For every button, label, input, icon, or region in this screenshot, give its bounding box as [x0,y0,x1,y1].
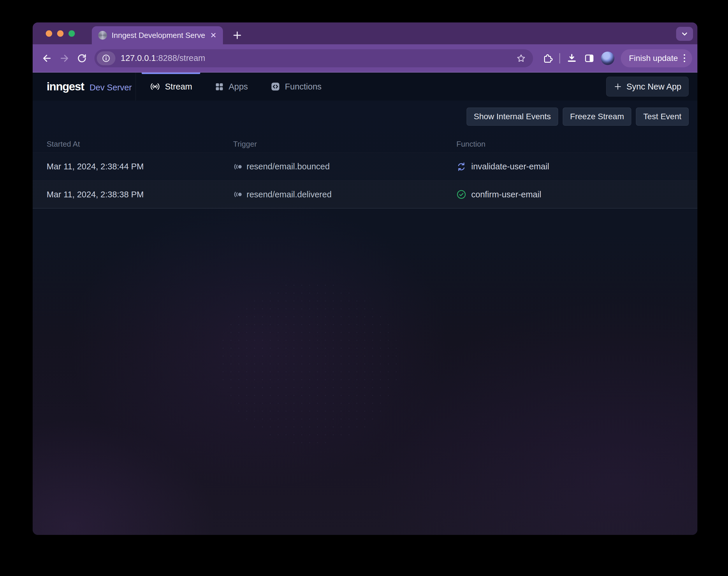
event-trigger-icon [233,192,242,197]
url-path: :8288/stream [156,53,205,63]
function-name: confirm-user-email [471,190,541,199]
trigger-name: resend/email.bounced [246,162,330,171]
side-panel-button[interactable] [582,51,596,65]
plus-icon [232,30,242,40]
forward-button[interactable] [58,52,71,65]
tab-stream-label: Stream [165,82,192,91]
tab-favicon-icon [98,31,107,40]
side-panel-icon [584,53,594,63]
column-header-function: Function [456,140,697,149]
show-internal-events-button[interactable]: Show Internal Events [467,108,558,126]
fullscreen-window-button[interactable] [68,30,75,37]
minimize-window-button[interactable] [57,30,63,37]
back-arrow-icon [41,53,53,64]
sync-new-app-button[interactable]: Sync New App [606,77,689,96]
reload-button[interactable] [75,52,89,65]
env-label: Dev Server [89,83,132,92]
function-cell: confirm-user-email [456,190,697,199]
stream-page: Show Internal Events Freeze Stream Test … [33,100,697,535]
bookmark-button[interactable] [516,53,526,63]
star-icon [516,53,526,63]
table-row[interactable]: Mar 11, 2024, 2:38:38 PM resend/email.de… [33,180,697,208]
app-logo-block: inngest Dev Server [33,80,136,93]
stream-icon [150,81,160,92]
app-nav-tabs: Stream Apps Functions [142,73,330,100]
tab-close-icon[interactable]: ✕ [210,31,216,39]
forward-arrow-icon [59,53,70,64]
function-name: invalidate-user-email [471,162,549,171]
toolbar-separator [559,53,560,63]
completed-status-icon [456,190,466,199]
apps-grid-icon [214,82,224,91]
back-button[interactable] [40,52,54,65]
close-window-button[interactable] [46,30,52,37]
reload-icon [77,53,87,63]
event-trigger-icon [233,164,242,169]
running-status-icon [456,162,466,172]
column-header-started-at: Started At [47,140,233,149]
trigger-name: resend/email.delivered [246,190,332,199]
tab-functions[interactable]: Functions [262,73,330,100]
column-header-trigger: Trigger [233,140,456,149]
trigger-cell: resend/email.bounced [233,162,456,171]
inngest-logo: inngest [47,80,84,93]
test-event-button[interactable]: Test Event [636,108,689,126]
browser-menu-icon[interactable] [682,53,686,63]
puzzle-icon [542,53,553,63]
extensions-button[interactable] [541,51,555,65]
app-header: inngest Dev Server Stream [33,73,697,100]
tab-search-button[interactable] [676,27,693,41]
nav-divider [136,73,136,100]
desktop: Inngest Development Server ✕ [0,0,728,576]
finish-update-button[interactable]: Finish update [621,49,692,67]
tab-stream[interactable]: Stream [142,73,200,100]
stream-empty-area [33,208,697,535]
browser-tab-strip: Inngest Development Server ✕ [33,23,697,44]
downloads-button[interactable] [565,51,579,65]
started-at-cell: Mar 11, 2024, 2:38:44 PM [47,162,233,171]
chevron-down-icon [680,30,689,38]
address-bar[interactable]: 127.0.0.1:8288/stream [94,49,533,67]
tab-apps[interactable]: Apps [206,73,256,100]
plus-icon [613,82,622,91]
browser-window: Inngest Development Server ✕ [33,23,697,535]
tab-title: Inngest Development Server [112,31,205,40]
sync-new-app-label: Sync New App [626,82,681,91]
finish-update-label: Finish update [629,54,678,63]
trigger-cell: resend/email.delivered [233,190,456,199]
function-cell: invalidate-user-email [456,162,697,172]
tab-functions-label: Functions [285,82,322,91]
stream-actions: Show Internal Events Freeze Stream Test … [33,100,697,126]
stream-table-header: Started At Trigger Function [33,136,697,152]
tab-apps-label: Apps [229,82,248,91]
site-info-button[interactable] [97,51,115,65]
window-controls [46,23,75,44]
functions-code-icon [270,82,280,91]
url-text: 127.0.0.1:8288/stream [121,53,205,63]
browser-tab[interactable]: Inngest Development Server ✕ [92,26,223,44]
url-host: 127.0.0.1 [121,53,156,63]
new-tab-button[interactable] [229,26,246,44]
freeze-stream-button[interactable]: Freeze Stream [563,108,631,126]
profile-avatar[interactable] [601,52,614,65]
info-icon [102,54,111,63]
browser-toolbar: 127.0.0.1:8288/stream Finish update [33,44,697,73]
started-at-cell: Mar 11, 2024, 2:38:38 PM [47,190,233,199]
download-icon [566,53,577,63]
table-row[interactable]: Mar 11, 2024, 2:38:44 PM resend/email.bo… [33,152,697,180]
